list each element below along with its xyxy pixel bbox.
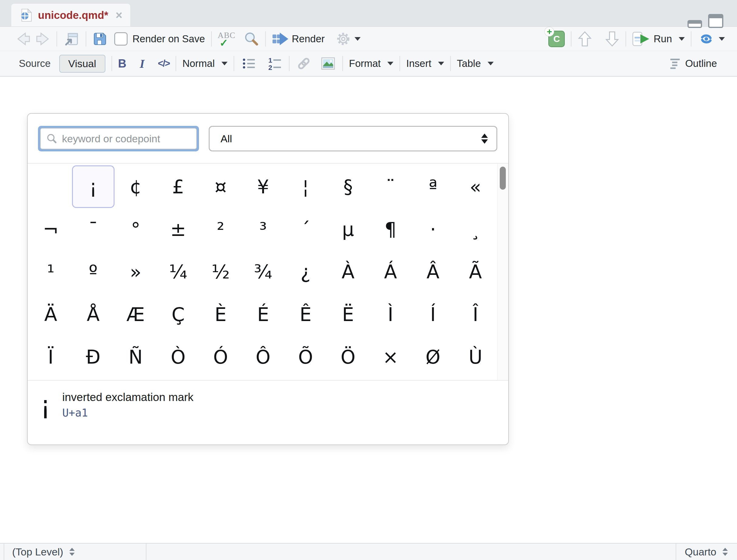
tab-unicode-qmd[interactable]: unicode.qmd* × — [11, 3, 131, 26]
char-cell[interactable]: Ô — [242, 336, 284, 378]
insert-chunk-icon[interactable]: C — [548, 31, 565, 47]
char-cell[interactable]: ½ — [199, 251, 242, 293]
italic-button[interactable]: I — [140, 57, 145, 71]
char-cell[interactable]: ¶ — [369, 208, 412, 251]
char-cell[interactable]: ¾ — [242, 251, 284, 293]
char-cell[interactable]: ´ — [284, 208, 327, 251]
char-cell[interactable]: ¸ — [454, 208, 497, 251]
char-cell[interactable]: ¬ — [29, 208, 72, 251]
char-cell[interactable]: Ó — [199, 336, 242, 378]
char-cell[interactable]: ¤ — [199, 165, 242, 208]
forward-icon[interactable] — [35, 32, 50, 46]
previous-chunk-icon[interactable] — [577, 31, 592, 47]
char-cell[interactable]: ¼ — [157, 251, 199, 293]
scrollbar[interactable] — [497, 164, 508, 380]
char-cell[interactable]: × — [369, 336, 412, 378]
next-chunk-icon[interactable] — [605, 31, 619, 47]
char-cell[interactable]: Æ — [115, 293, 157, 336]
char-cell[interactable]: À — [327, 251, 369, 293]
back-icon[interactable] — [16, 32, 32, 46]
char-cell[interactable]: Â — [411, 251, 454, 293]
char-cell[interactable]: Ç — [157, 293, 199, 336]
status-bar: (Top Level) Quarto — [0, 543, 737, 560]
link-icon[interactable] — [296, 56, 312, 71]
close-icon[interactable]: × — [115, 9, 122, 21]
char-cell[interactable]: µ — [327, 208, 369, 251]
image-icon[interactable] — [320, 56, 336, 71]
source-mode-button[interactable]: Source — [19, 58, 51, 69]
char-cell[interactable] — [29, 165, 72, 208]
render-on-save-checkbox[interactable] — [114, 32, 128, 46]
open-in-new-window-icon[interactable] — [63, 31, 80, 47]
char-cell[interactable]: Ï — [29, 336, 72, 378]
toolbar-divider — [211, 31, 212, 47]
paragraph-style-dropdown[interactable]: Normal — [182, 58, 227, 69]
char-cell[interactable]: Ñ — [115, 336, 157, 378]
numbered-list-icon[interactable]: 1 2 — [267, 56, 283, 71]
bold-button[interactable]: B — [118, 57, 126, 70]
scrollbar-thumb[interactable] — [500, 167, 506, 190]
search-input[interactable] — [62, 133, 191, 145]
char-cell[interactable]: Í — [411, 293, 454, 336]
char-cell[interactable]: · — [411, 208, 454, 251]
char-cell[interactable]: Ê — [284, 293, 327, 336]
render-options-caret-icon[interactable] — [355, 37, 361, 41]
char-cell[interactable]: £ — [157, 165, 199, 208]
char-cell[interactable]: Ã — [454, 251, 497, 293]
minimize-button[interactable] — [687, 20, 702, 28]
char-cell[interactable]: Ë — [327, 293, 369, 336]
char-cell[interactable]: Ì — [369, 293, 412, 336]
editor-canvas[interactable]: All ¡¢£¤¥¦§¨ª«¬¯°±²³´µ¶·¸¹º»¼½¾¿ÀÁÂÃÄÅÆÇ… — [0, 77, 737, 543]
char-cell[interactable]: Á — [369, 251, 412, 293]
format-menu[interactable]: Format — [349, 58, 394, 69]
char-cell[interactable]: ¨ — [369, 165, 412, 208]
char-cell[interactable]: ³ — [242, 208, 284, 251]
char-cell[interactable]: ² — [199, 208, 242, 251]
char-cell[interactable]: ¦ — [284, 165, 327, 208]
char-cell[interactable]: ª — [411, 165, 454, 208]
search-document-icon[interactable] — [243, 31, 259, 47]
char-cell[interactable]: ¥ — [242, 165, 284, 208]
char-cell[interactable]: Ö — [327, 336, 369, 378]
char-cell[interactable]: ¢ — [115, 165, 157, 208]
gear-icon[interactable] — [336, 31, 351, 47]
insert-menu[interactable]: Insert — [406, 58, 444, 69]
char-cell[interactable]: Ä — [29, 293, 72, 336]
char-cell[interactable]: É — [242, 293, 284, 336]
run-button[interactable]: Run — [632, 31, 685, 47]
char-cell[interactable]: « — [454, 165, 497, 208]
char-cell[interactable]: ° — [115, 208, 157, 251]
outline-location-selector[interactable]: (Top Level) — [4, 544, 146, 560]
char-cell[interactable]: Ò — [157, 336, 199, 378]
char-cell[interactable]: º — [72, 251, 115, 293]
category-select[interactable]: All — [209, 126, 497, 151]
rerun-options-caret-icon[interactable] — [719, 37, 725, 41]
maximize-button[interactable] — [708, 14, 723, 28]
char-cell[interactable]: Ø — [411, 336, 454, 378]
char-cell[interactable]: ¯ — [72, 208, 115, 251]
document-format-selector[interactable]: Quarto — [676, 544, 737, 560]
char-cell[interactable]: ¡ — [72, 165, 115, 208]
run-icon — [632, 31, 650, 47]
char-cell[interactable]: » — [115, 251, 157, 293]
char-cell[interactable]: Ð — [72, 336, 115, 378]
char-cell[interactable]: Õ — [284, 336, 327, 378]
render-button[interactable]: Render — [272, 31, 325, 47]
char-cell[interactable]: ¿ — [284, 251, 327, 293]
char-cell[interactable]: Î — [454, 293, 497, 336]
char-cell[interactable]: ± — [157, 208, 199, 251]
code-button[interactable]: </> — [158, 58, 170, 69]
outline-toggle[interactable]: Outline — [668, 57, 717, 71]
visual-mode-button[interactable]: Visual — [59, 55, 105, 73]
svg-text:1: 1 — [268, 56, 272, 64]
bullet-list-icon[interactable] — [240, 56, 258, 71]
table-menu[interactable]: Table — [457, 58, 494, 69]
rerun-icon[interactable] — [697, 31, 715, 47]
char-cell[interactable]: Å — [72, 293, 115, 336]
char-cell[interactable]: È — [199, 293, 242, 336]
char-cell[interactable]: Ù — [454, 336, 497, 378]
char-cell[interactable]: ¹ — [29, 251, 72, 293]
spellcheck-icon[interactable]: ABC ✓ — [218, 31, 237, 47]
save-icon[interactable] — [92, 31, 108, 47]
char-cell[interactable]: § — [327, 165, 369, 208]
